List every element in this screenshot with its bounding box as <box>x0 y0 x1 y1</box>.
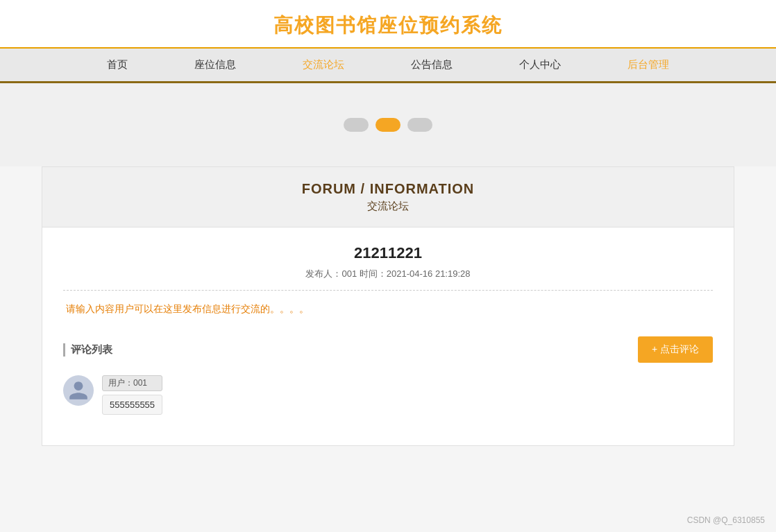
watermark: CSDN @Q_6310855 <box>687 515 765 525</box>
post-content: 请输入内容用户可以在这里发布信息进行交流的。。。。 <box>63 303 713 316</box>
divider <box>63 290 713 291</box>
forum-info-subtitle: 交流论坛 <box>56 200 720 213</box>
nav-personal-center[interactable]: 个人中心 <box>486 49 594 81</box>
slider-dot-1[interactable] <box>344 118 369 132</box>
nav-forum[interactable]: 交流论坛 <box>269 49 378 81</box>
add-comment-button[interactable]: + 点击评论 <box>638 336 713 363</box>
slider-area <box>0 83 776 166</box>
post-title: 21211221 <box>63 244 713 262</box>
main-nav: 首页 座位信息 交流论坛 公告信息 个人中心 后台管理 <box>0 49 776 83</box>
site-title: 高校图书馆座位预约系统 <box>0 12 776 39</box>
main-content: 21211221 发布人：001 时间：2021-04-16 21:19:28 … <box>42 228 734 446</box>
nav-home[interactable]: 首页 <box>74 49 161 81</box>
forum-info-box: FORUM / INFORMATION 交流论坛 <box>42 166 734 228</box>
post-meta: 发布人：001 时间：2021-04-16 21:19:28 <box>63 268 713 280</box>
comment-text: 555555555 <box>102 395 162 415</box>
header: 高校图书馆座位预约系统 <box>0 0 776 49</box>
nav-announcement[interactable]: 公告信息 <box>378 49 486 81</box>
comments-header: 评论列表 + 点击评论 <box>63 336 713 363</box>
comment-body: 用户：001 555555555 <box>102 375 162 415</box>
nav-seat-info[interactable]: 座位信息 <box>161 49 269 81</box>
slider-dot-3[interactable] <box>407 118 432 132</box>
nav-admin[interactable]: 后台管理 <box>594 49 702 81</box>
comment-user-badge: 用户：001 <box>102 375 162 391</box>
forum-info-title: FORUM / INFORMATION <box>56 181 720 197</box>
user-icon <box>67 379 90 402</box>
slider-dots <box>344 118 432 132</box>
comments-section-title: 评论列表 <box>63 343 112 357</box>
comment-item: 用户：001 555555555 <box>63 375 713 415</box>
slider-dot-2[interactable] <box>376 118 400 132</box>
comment-avatar <box>63 375 94 406</box>
